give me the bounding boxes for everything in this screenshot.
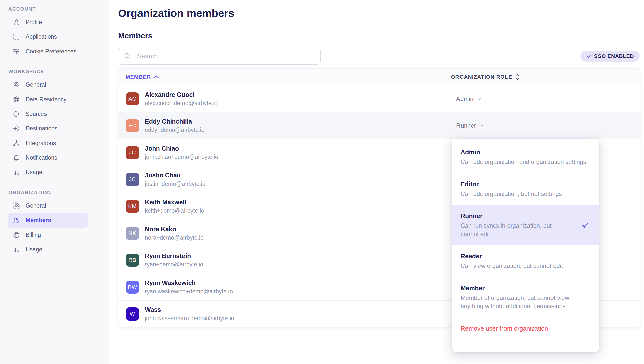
sidebar-item-label: Destinations — [26, 125, 58, 132]
role-option-editor[interactable]: EditorCan edit organization, but not set… — [452, 173, 599, 205]
role-option-reader[interactable]: ReaderCan view organization, but cannot … — [452, 245, 599, 277]
sidebar-item-general[interactable]: General — [8, 198, 88, 213]
sidebar-section-organization: ORGANIZATIONGeneralMembersBillingUsage — [0, 190, 109, 257]
role-option-title: Editor — [461, 180, 589, 188]
sidebar-item-general[interactable]: General — [8, 77, 88, 92]
avatar: RB — [126, 254, 139, 267]
avatar: EC — [126, 119, 139, 132]
sidebar-item-billing[interactable]: Billing — [8, 228, 88, 242]
sidebar-item-label: Sources — [26, 111, 47, 117]
sidebar-section-label: ORGANIZATION — [8, 190, 109, 195]
member-info: Wassjohn.wasserman+demo@airbyte.io — [145, 306, 234, 322]
member-cell: ECEddy Chinchillaeddy+demo@airbyte.io — [118, 118, 451, 134]
column-header-organization-role[interactable]: ORGANIZATION ROLE — [451, 73, 641, 81]
role-dropdown-menu: AdminCan edit organization and organizat… — [452, 139, 599, 352]
sidebar-item-label: Profile — [26, 19, 42, 26]
sidebar-item-notifications[interactable]: Notifications — [8, 150, 88, 165]
remove-user-link[interactable]: Remove user from organization — [452, 317, 599, 340]
sidebar-section-account: ACCOUNTProfileApplicationsCookie Prefere… — [0, 6, 109, 59]
role-option-runner[interactable]: RunnerCan run syncs in organization, but… — [452, 205, 599, 245]
member-info: Ryan Waskewichryan.waskewich+demo@airbyt… — [145, 279, 233, 295]
member-info: John Chiaojohn.chiao+demo@airbyte.io — [145, 145, 218, 161]
role-option-title: Reader — [461, 252, 589, 260]
member-name: John Chiao — [145, 145, 218, 152]
nodes-icon — [13, 139, 20, 147]
sidebar-item-integrations[interactable]: Integrations — [8, 136, 88, 150]
member-name: Eddy Chinchilla — [145, 118, 205, 125]
member-name: Ryan Waskewich — [145, 279, 233, 287]
member-email: ryan+demo@airbyte.io — [145, 261, 203, 268]
role-option-description: Can edit organization and organization s… — [461, 158, 589, 166]
bell-icon — [13, 154, 20, 161]
sidebar-item-usage[interactable]: Usage — [8, 165, 88, 179]
member-cell: RBRyan Bernsteinryan+demo@airbyte.io — [118, 252, 451, 268]
users-icon — [13, 216, 20, 224]
sidebar-item-cookie-preferences[interactable]: Cookie Preferences — [8, 44, 88, 59]
search-input[interactable] — [118, 48, 321, 65]
member-name: Keith Maxwell — [145, 198, 204, 206]
member-info: Nora Kakonora+demo@airbyte.io — [145, 225, 204, 241]
sort-both-icon — [515, 73, 520, 81]
column-header-member[interactable]: MEMBER — [118, 74, 451, 80]
member-info: Justin Chaujustin+demo@airbyte.io — [145, 171, 205, 188]
member-name: Justin Chau — [145, 171, 205, 179]
member-cell: NKNora Kakonora+demo@airbyte.io — [118, 225, 451, 241]
role-option-member[interactable]: MemberMember of organization, but cannot… — [452, 277, 599, 317]
sidebar-section-label: WORKSPACE — [8, 69, 109, 74]
sidebar-item-label: Notifications — [26, 154, 57, 161]
member-email: eddy+demo@airbyte.io — [145, 126, 205, 134]
role-option-title: Member — [461, 284, 589, 292]
member-cell: RWRyan Waskewichryan.waskewich+demo@airb… — [118, 279, 451, 295]
avatar: NK — [126, 227, 139, 240]
sidebar-item-data-residency[interactable]: Data Residency — [8, 92, 88, 107]
role-option-title: Admin — [461, 148, 589, 156]
member-email: keith+demo@airbyte.io — [145, 207, 204, 214]
role-select[interactable]: Admin — [456, 95, 482, 102]
avatar: W — [126, 307, 139, 321]
member-name: Ryan Bernstein — [145, 252, 203, 260]
role-option-description: Can view organization, but cannot edit — [461, 262, 589, 270]
role-select[interactable]: Runner — [456, 122, 485, 129]
member-email: ryan.waskewich+demo@airbyte.io — [145, 288, 233, 295]
sidebar-section-label: ACCOUNT — [8, 6, 109, 12]
page-title: Organization members — [118, 7, 644, 19]
users-icon — [13, 81, 20, 88]
circle-arrow-out-icon — [13, 110, 20, 118]
member-name: Wass — [145, 306, 234, 314]
member-cell: ACAlexandre Cuocialex.cuoci+demo@airbyte… — [118, 91, 451, 107]
avatar: RW — [126, 281, 139, 294]
role-option-description: Member of organization, but cannot view … — [461, 294, 589, 310]
member-info: Ryan Bernsteinryan+demo@airbyte.io — [145, 252, 203, 268]
sidebar-item-label: General — [26, 202, 46, 209]
sidebar-item-label: Integrations — [26, 140, 56, 147]
member-name: Nora Kako — [145, 225, 204, 233]
members-section-title: Members — [118, 31, 644, 40]
sidebar-item-destinations[interactable]: Destinations — [8, 121, 88, 136]
grid-icon — [13, 33, 20, 40]
role-option-admin[interactable]: AdminCan edit organization and organizat… — [452, 141, 599, 173]
role-cell: Runner — [451, 122, 641, 129]
sidebar-item-label: Usage — [26, 246, 42, 253]
role-value: Runner — [456, 122, 476, 129]
role-option-description: Can edit organization, but not settings — [461, 190, 589, 198]
settings-sidebar: ACCOUNTProfileApplicationsCookie Prefere… — [0, 0, 109, 364]
sidebar-item-profile[interactable]: Profile — [8, 15, 88, 29]
sidebar-item-label: Members — [26, 217, 51, 224]
chevron-down-icon — [476, 96, 482, 102]
member-cell: KMKeith Maxwellkeith+demo@airbyte.io — [118, 198, 451, 214]
member-info: Eddy Chinchillaeddy+demo@airbyte.io — [145, 118, 205, 134]
sort-asc-icon — [153, 74, 159, 80]
member-email: alex.cuoci+demo@airbyte.io — [145, 99, 218, 107]
member-cell: JCJustin Chaujustin+demo@airbyte.io — [118, 171, 451, 188]
sidebar-item-members[interactable]: Members — [8, 213, 88, 228]
bar-chart-icon — [13, 168, 20, 176]
sidebar-item-label: Applications — [26, 33, 57, 40]
sidebar-item-usage[interactable]: Usage — [8, 242, 88, 257]
member-email: nora+demo@airbyte.io — [145, 234, 204, 241]
sidebar-item-sources[interactable]: Sources — [8, 107, 88, 121]
circle-arrow-in-icon — [13, 125, 20, 132]
avatar: AC — [126, 92, 139, 105]
sidebar-item-label: Usage — [26, 169, 42, 176]
table-row: ACAlexandre Cuocialex.cuoci+demo@airbyte… — [118, 85, 641, 112]
sidebar-item-applications[interactable]: Applications — [8, 29, 88, 44]
